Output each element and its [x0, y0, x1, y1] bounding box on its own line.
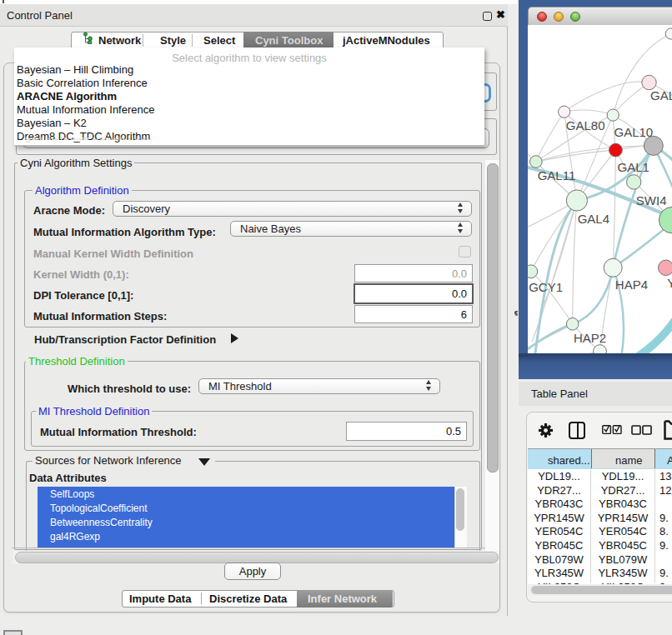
svg-text:GAL11: GAL11 — [538, 168, 576, 182]
svg-text:GAL1: GAL1 — [618, 160, 649, 174]
svg-text:HAP2: HAP2 — [574, 331, 606, 345]
svg-text:GAL10: GAL10 — [614, 125, 654, 139]
svg-text:GAL7: GAL7 — [650, 88, 672, 102]
svg-text:HAP4: HAP4 — [615, 278, 648, 292]
svg-text:GAL4: GAL4 — [578, 212, 609, 226]
svg-text:SWI4: SWI4 — [636, 193, 667, 208]
svg-text:GAL80: GAL80 — [566, 118, 605, 132]
svg-text:Y: Y — [667, 276, 672, 290]
svg-text:GCY1: GCY1 — [529, 280, 563, 294]
